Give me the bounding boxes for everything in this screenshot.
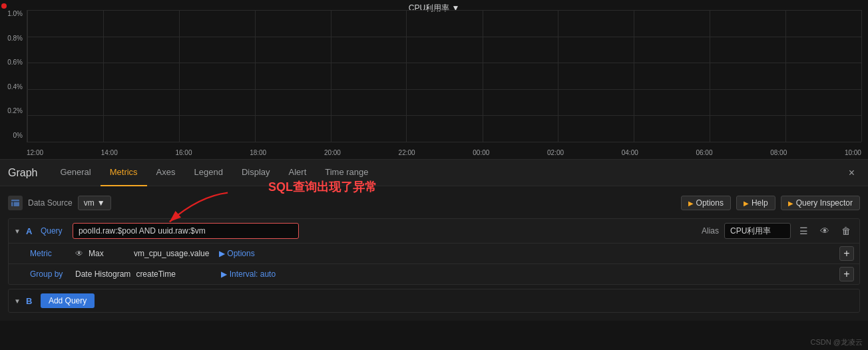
x-label-3: 16:00 bbox=[175, 149, 192, 156]
x-axis-labels: 12:00 14:00 16:00 18:00 20:00 22:00 00:0… bbox=[27, 149, 861, 156]
y-label-6: 0% bbox=[13, 132, 23, 139]
help-arrow: ▶ bbox=[744, 200, 749, 207]
query-inspector-arrow: ▶ bbox=[788, 200, 793, 207]
query-b-toggle[interactable]: ▼ bbox=[14, 297, 21, 305]
query-label: Query bbox=[41, 226, 67, 236]
query-letter: A bbox=[26, 226, 35, 236]
datasource-select[interactable]: vm ▼ bbox=[78, 196, 111, 210]
query-row-right: Alias ☰ 👁 🗑 bbox=[702, 223, 854, 239]
x-label-5: 20:00 bbox=[324, 149, 341, 156]
options-button[interactable]: ▶ Options bbox=[681, 196, 731, 210]
x-label-7: 00:00 bbox=[473, 149, 489, 156]
groupby-field: createTime bbox=[136, 269, 216, 279]
x-label-4: 18:00 bbox=[250, 149, 266, 156]
metric-eye-icon[interactable]: 👁 bbox=[75, 249, 83, 258]
query-inspector-button[interactable]: ▶ Query Inspector bbox=[781, 196, 860, 210]
tab-time-range[interactable]: Time range bbox=[316, 160, 377, 186]
y-axis-labels: 1.0% 0.8% 0.6% 0.4% 0.2% 0% bbox=[0, 10, 25, 139]
metric-field: vm_cpu_usage.value bbox=[134, 249, 214, 258]
query-input[interactable] bbox=[73, 223, 299, 239]
query-eye-button[interactable]: 👁 bbox=[817, 224, 833, 238]
chart-grid bbox=[27, 10, 861, 142]
toolbar-right: ▶ Options ▶ Help ▶ Query Inspector bbox=[681, 196, 860, 210]
query-toggle[interactable]: ▼ bbox=[14, 228, 21, 235]
x-label-1: 12:00 bbox=[27, 149, 43, 156]
x-label-2: 14:00 bbox=[101, 149, 118, 156]
tab-display[interactable]: Display bbox=[232, 160, 280, 186]
datasource-label: Data Source bbox=[28, 198, 73, 208]
metric-value: Max bbox=[89, 249, 128, 258]
y-label-5: 0.2% bbox=[7, 107, 23, 114]
svg-rect-0 bbox=[11, 200, 19, 206]
graph-label: Graph bbox=[8, 167, 37, 179]
query-row-header: ▼ A Query Alias ☰ 👁 🗑 bbox=[9, 219, 859, 243]
groupby-label: Group by bbox=[30, 269, 70, 279]
query-a-row: SQL查询出现了异常 ▼ A Query Alias ☰ 👁 bbox=[8, 218, 860, 285]
tab-general[interactable]: General bbox=[51, 160, 100, 186]
groupby-interval-btn[interactable]: ▶ Interval: auto bbox=[221, 269, 276, 279]
groupby-row: Group by Date Histogram createTime ▶ Int… bbox=[9, 263, 859, 284]
datasource-row: Data Source vm ▼ ▶ Options ▶ Help ▶ Quer… bbox=[8, 192, 860, 214]
datasource-icon bbox=[8, 196, 23, 210]
alias-input[interactable] bbox=[724, 223, 791, 239]
alias-label: Alias bbox=[702, 226, 719, 236]
tab-metrics[interactable]: Metrics bbox=[101, 160, 147, 186]
close-button[interactable]: × bbox=[843, 164, 860, 181]
groupby-value: Date Histogram bbox=[75, 269, 130, 279]
y-label-4: 0.4% bbox=[7, 83, 23, 90]
tab-bar: Graph General Metrics Axes Legend Displa… bbox=[0, 160, 868, 186]
add-query-button[interactable]: Add Query bbox=[41, 293, 95, 308]
options-arrow: ▶ bbox=[688, 200, 694, 207]
x-label-10: 06:00 bbox=[696, 149, 712, 156]
x-label-11: 08:00 bbox=[770, 149, 787, 156]
x-label-6: 22:00 bbox=[399, 149, 415, 156]
y-label-2: 0.8% bbox=[7, 35, 23, 42]
chart-area: CPU利用率 ▼ 1.0% 0.8% 0.6% 0.4% 0.2% 0% 12:… bbox=[0, 0, 868, 160]
x-label-9: 04:00 bbox=[622, 149, 638, 156]
red-dot bbox=[1, 3, 7, 9]
x-label-12: 10:00 bbox=[845, 149, 861, 156]
graph-panel: Graph General Metrics Axes Legend Displa… bbox=[0, 160, 868, 321]
metric-row-right: + bbox=[839, 246, 854, 261]
metric-label: Metric bbox=[30, 249, 70, 258]
metric-options-btn[interactable]: ▶ Options bbox=[219, 249, 255, 258]
help-button[interactable]: ▶ Help bbox=[736, 196, 775, 210]
y-label-3: 0.6% bbox=[7, 59, 23, 66]
groupby-add-button[interactable]: + bbox=[839, 267, 854, 281]
add-query-row: ▼ B Add Query bbox=[8, 289, 860, 313]
metric-add-button[interactable]: + bbox=[839, 246, 854, 261]
query-b-letter: B bbox=[26, 296, 35, 306]
query-menu-button[interactable]: ☰ bbox=[796, 224, 811, 238]
metric-row: Metric 👁 Max vm_cpu_usage.value ▶ Option… bbox=[9, 243, 859, 263]
x-label-8: 02:00 bbox=[547, 149, 564, 156]
y-label-1: 1.0% bbox=[7, 10, 23, 17]
query-section: Data Source vm ▼ ▶ Options ▶ Help ▶ Quer… bbox=[0, 186, 868, 321]
tab-legend[interactable]: Legend bbox=[185, 160, 232, 186]
query-delete-button[interactable]: 🗑 bbox=[838, 224, 854, 238]
groupby-row-right: + bbox=[839, 267, 854, 281]
tab-alert[interactable]: Alert bbox=[280, 160, 316, 186]
tab-axes[interactable]: Axes bbox=[147, 160, 185, 186]
